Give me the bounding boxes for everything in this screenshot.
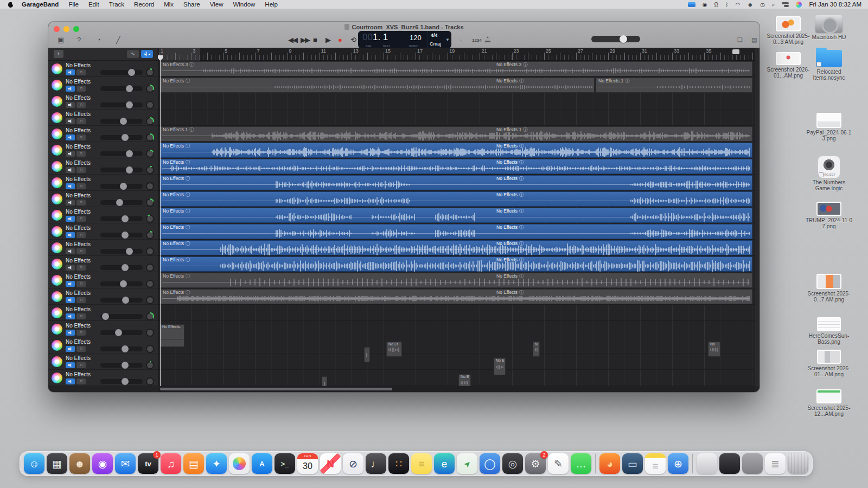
volume-slider[interactable]: [100, 298, 143, 303]
audio-region[interactable]: No Effects.1ⓘ: [596, 78, 752, 93]
stop-button[interactable]: ■: [313, 36, 316, 44]
mute-button[interactable]: [66, 200, 75, 206]
pan-knob[interactable]: [146, 329, 154, 337]
audio-region[interactable]: No EffectsⓘNo Effectsⓘ: [160, 224, 752, 239]
dock-item-contacts[interactable]: ☻: [69, 453, 90, 474]
volume-knob[interactable]: [122, 378, 129, 385]
media-browser-button[interactable]: ▤: [751, 36, 757, 43]
small-audio-region[interactable]: N: [533, 342, 540, 357]
tuning-fork-icon[interactable]: ⑂: [458, 36, 463, 43]
dock-item-minimized-window-2[interactable]: [719, 453, 740, 474]
dock-item-mail[interactable]: ✉: [115, 453, 136, 474]
dock-item-launchpad[interactable]: ▦: [47, 453, 67, 474]
dock-item-minimized-window-1[interactable]: [697, 453, 717, 474]
volume-slider[interactable]: [100, 135, 143, 140]
mute-button[interactable]: [66, 151, 75, 157]
mute-button[interactable]: [66, 118, 75, 124]
mute-button[interactable]: [66, 330, 75, 336]
tuner-icon[interactable]: ◔: [97, 36, 101, 44]
small-audio-region[interactable]: No: [708, 342, 720, 357]
bluetooth-icon[interactable]: ᛒ: [725, 2, 729, 8]
mute-button[interactable]: [66, 86, 75, 92]
apple-menu-icon[interactable]: [8, 2, 14, 8]
mute-button[interactable]: [66, 216, 75, 222]
vertical-scrollbar[interactable]: [755, 48, 760, 386]
volume-slider[interactable]: [100, 281, 143, 286]
mute-button[interactable]: [66, 167, 75, 173]
lcd-display[interactable]: 001. 1 BAR BEAT 120 TEMPO 4/4 Cmaj ▼: [358, 31, 451, 48]
metronome-button[interactable]: [484, 36, 491, 42]
pan-knob[interactable]: [146, 361, 154, 369]
solo-button[interactable]: ∩: [76, 183, 86, 189]
dock-item-textedit[interactable]: ✎: [548, 453, 569, 474]
dock-item-finder[interactable]: ☺: [24, 453, 44, 474]
solo-button[interactable]: ∩: [76, 69, 86, 75]
pan-knob[interactable]: [146, 133, 154, 142]
dock-item-photos[interactable]: [229, 453, 250, 474]
pan-knob[interactable]: [146, 182, 154, 190]
dock-item-safari[interactable]: ✦: [206, 453, 227, 474]
ruler-display-box[interactable]: [732, 49, 739, 54]
solo-button[interactable]: ∩: [76, 200, 86, 206]
library-icon[interactable]: ▣: [58, 36, 64, 44]
forward-button[interactable]: ▶▶: [301, 36, 309, 44]
dock-item-globe-app[interactable]: ⊕: [668, 453, 688, 474]
mute-button[interactable]: [66, 134, 75, 140]
mute-button[interactable]: [66, 346, 75, 352]
pan-knob[interactable]: [146, 280, 154, 288]
mute-button[interactable]: [66, 265, 75, 271]
desktop-icon-shot-win[interactable]: Screenshot 2026-01...AM.png: [804, 350, 854, 377]
volume-knob[interactable]: [620, 35, 627, 43]
solo-button[interactable]: ∩: [76, 362, 86, 368]
menu-clock[interactable]: Fri Jan 30 8:32 AM: [809, 1, 861, 8]
menu-item-record[interactable]: Record: [129, 1, 159, 8]
solo-button[interactable]: ∩: [76, 378, 86, 384]
mute-button[interactable]: [66, 69, 75, 75]
pan-knob[interactable]: [146, 312, 154, 320]
mute-button[interactable]: [66, 362, 75, 368]
solo-button[interactable]: ∩: [76, 118, 86, 124]
pan-knob[interactable]: [146, 215, 154, 223]
audio-region[interactable]: No EffectsⓘNo Effectsⓘ: [160, 159, 752, 174]
add-track-button[interactable]: +: [54, 50, 63, 58]
pan-knob[interactable]: [146, 68, 154, 76]
volume-slider[interactable]: [100, 346, 143, 351]
volume-knob[interactable]: [122, 345, 129, 352]
control-center-icon[interactable]: [782, 2, 789, 7]
mute-button[interactable]: [66, 183, 75, 189]
desktop-icon-sheet[interactable]: HereComesSun-Bass.png: [804, 317, 854, 345]
rewind-button[interactable]: ◀◀: [288, 36, 297, 44]
pan-knob[interactable]: [146, 247, 154, 255]
volume-slider[interactable]: [100, 102, 143, 107]
user-icon[interactable]: ☻: [748, 2, 754, 8]
audio-region[interactable]: No EffectsⓘNo Effectsⓘ: [160, 143, 752, 158]
dock-item-minimized-window-3[interactable]: [742, 453, 763, 474]
search-icon[interactable]: ⌕: [772, 2, 775, 8]
record-button[interactable]: ●: [338, 36, 341, 44]
pan-knob[interactable]: [146, 117, 154, 125]
dock-item-trash[interactable]: [788, 453, 808, 474]
audio-region[interactable]: No EffectsⓘNo Effectsⓘ: [160, 191, 752, 207]
mute-button[interactable]: [66, 232, 75, 238]
dock-item-tv[interactable]: tv1: [138, 453, 158, 474]
dock-item-calendar[interactable]: JAN30: [297, 453, 318, 474]
dock-item-notes[interactable]: ≡: [645, 453, 666, 474]
lcd-chevron-icon[interactable]: ▼: [444, 31, 451, 48]
audio-region[interactable]: No EffectsⓘNo Effectsⓘ: [160, 78, 595, 93]
volume-knob[interactable]: [126, 248, 133, 255]
automation-button[interactable]: ∿: [127, 50, 139, 58]
menu-item-help[interactable]: Help: [260, 1, 283, 8]
volume-knob[interactable]: [116, 199, 123, 206]
dock-item-podcasts[interactable]: ◉: [92, 453, 113, 474]
dock-item-screenshot-app[interactable]: ◎: [502, 453, 523, 474]
audio-region[interactable]: No Effects.1ⓘNo Effects.1ⓘ: [160, 126, 752, 142]
volume-knob[interactable]: [126, 85, 133, 92]
menu-item-share[interactable]: Share: [178, 1, 205, 8]
mute-button[interactable]: [66, 248, 75, 254]
volume-slider[interactable]: [100, 168, 143, 172]
solo-button[interactable]: ∩: [76, 313, 86, 319]
pan-knob[interactable]: [146, 377, 154, 386]
small-audio-region[interactable]: No Ef: [386, 342, 402, 357]
pan-knob[interactable]: [146, 101, 154, 109]
volume-knob[interactable]: [122, 362, 129, 369]
